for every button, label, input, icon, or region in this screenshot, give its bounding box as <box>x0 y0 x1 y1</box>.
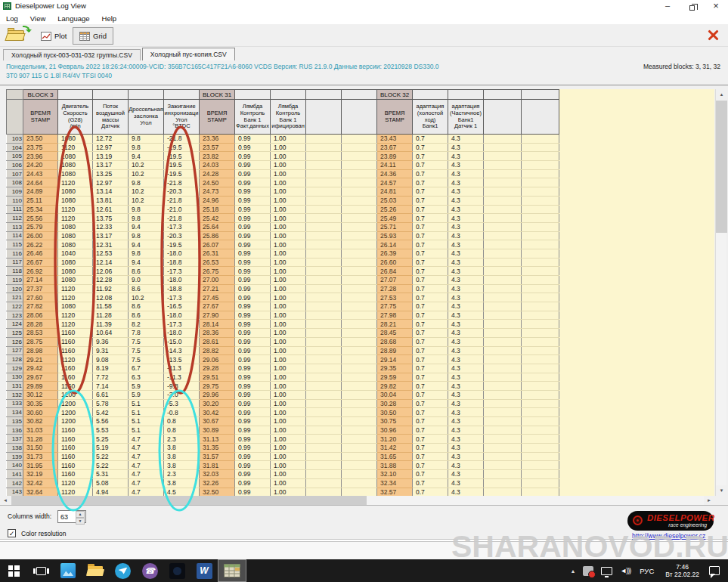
data-cell: 0.7 <box>413 284 448 293</box>
data-cell: 4.3 <box>448 399 484 408</box>
telegram-icon[interactable] <box>109 559 136 582</box>
table-row[interactable]: 10924.89108013.1410.2-20.324.730.991.002… <box>7 187 559 197</box>
table-row[interactable]: 13330.3512005.785.1-5.330.200.991.0030.2… <box>7 399 559 408</box>
table-row[interactable]: 11125.34112012.619.8-21.025.180.991.0025… <box>7 205 559 214</box>
scroll-left-arrow-icon[interactable]: ◄ <box>0 496 11 505</box>
red-x-icon[interactable] <box>707 29 719 41</box>
table-row[interactable]: 13831.5011605.194.73.831.350.991.0031.42… <box>7 444 559 453</box>
menu-item-view[interactable]: View <box>24 14 51 23</box>
table-row[interactable]: 11325.79108012.339.4-17.325.640.991.0025… <box>7 222 559 231</box>
table-row[interactable]: 11526.22108012.319.4-19.526.070.991.0026… <box>7 240 559 249</box>
vertical-scroll-thumb[interactable] <box>716 101 727 233</box>
word-icon[interactable]: W <box>191 559 218 582</box>
menu-item-log[interactable]: Log <box>0 14 24 23</box>
log-view-app-icon[interactable] <box>218 559 246 582</box>
data-cell <box>522 337 559 346</box>
viber-icon[interactable]: ☎ <box>136 559 163 582</box>
horizontal-scroll-thumb[interactable] <box>11 496 367 505</box>
spinner-down-icon[interactable]: ▼ <box>76 518 85 525</box>
table-row[interactable]: 11927.14108012.289.0-18.027.000.991.0027… <box>7 276 559 285</box>
table-row[interactable]: 12929.4211608.196.7-11.329.280.991.0029.… <box>7 364 559 373</box>
table-row[interactable]: 11426.00108013.179.8-20.325.860.991.0025… <box>7 231 559 240</box>
table-row[interactable]: 13731.2811605.254.72.331.130.991.0031.20… <box>7 435 559 444</box>
color-resolution-checkbox[interactable]: ✓ <box>8 529 16 537</box>
table-row[interactable]: 10323.50108012.729.8-21.823.360.991.0023… <box>7 135 559 144</box>
data-cell: 1.00 <box>271 364 306 373</box>
columns-width-spinner[interactable]: 63 ▲ ▼ <box>57 510 86 523</box>
table-row[interactable]: 14232.4211205.084.73.832.260.991.0032.34… <box>7 478 559 488</box>
dark-app-icon[interactable] <box>163 559 191 582</box>
plot-button[interactable]: Plot <box>35 27 73 45</box>
column-header-cell: Дроссельная заслонка Угол <box>129 100 164 135</box>
task-view-icon[interactable] <box>27 559 54 582</box>
start-icon[interactable] <box>0 559 27 582</box>
table-row[interactable]: 12628.7511609.367.5-15.028.610.991.0028.… <box>7 337 559 346</box>
table-row[interactable]: 11025.11108013.8110.2-21.824.960.991.002… <box>7 196 559 205</box>
tab-0[interactable]: Холодный пуск-003-031-032 группы.CSV <box>3 49 141 60</box>
data-cell <box>522 152 559 161</box>
menu-item-help[interactable]: Help <box>96 14 123 23</box>
minimize-button[interactable]: – <box>655 0 680 12</box>
table-row[interactable]: 11225.56112013.759.8-21.825.420.991.0025… <box>7 214 559 223</box>
scroll-right-arrow-icon[interactable]: ► <box>704 496 714 505</box>
clock[interactable]: 7:46 Вт 22.02.22 <box>665 563 699 578</box>
table-row[interactable]: 11626.46104012.539.8-18.026.310.991.0026… <box>7 249 559 258</box>
data-cell: 30.42 <box>200 408 235 417</box>
data-cell: 0.99 <box>235 435 271 444</box>
open-file-button[interactable] <box>6 26 29 45</box>
table-row[interactable]: 13430.6012005.425.1-0.830.420.991.0030.5… <box>7 408 559 417</box>
table-row[interactable]: 12328.06112011.288.6-18.027.900.991.0027… <box>7 311 559 320</box>
data-cell <box>522 258 559 267</box>
table-row[interactable]: 12428.28112011.398.2-17.328.140.991.0028… <box>7 320 559 329</box>
table-row[interactable]: 13129.8911607.145.9-9.829.750.991.0029.8… <box>7 382 559 391</box>
table-row[interactable]: 13931.7311605.224.73.831.570.991.0031.65… <box>7 452 559 461</box>
table-row[interactable]: 11826.92108012.068.6-17.326.750.991.0026… <box>7 267 559 276</box>
table-row[interactable]: 10724.43108013.2510.2-19.524.280.991.002… <box>7 169 559 178</box>
table-row[interactable]: 14031.9511605.224.73.831.810.991.0031.88… <box>7 461 559 470</box>
table-row[interactable]: 13029.6711607.726.3-11.329.510.991.0029.… <box>7 373 559 382</box>
menu-bar: LogViewLanguageHelp <box>0 12 728 24</box>
spinner-up-icon[interactable]: ▲ <box>76 511 85 518</box>
tab-1[interactable]: Холодный пус-копия.CSV <box>142 48 235 60</box>
data-cell: 1200 <box>58 408 93 417</box>
table-row[interactable]: 14132.1911605.314.72.332.030.991.0032.10… <box>7 470 559 479</box>
tray-app-badge-icon[interactable] <box>583 566 593 576</box>
restore-button[interactable] <box>680 0 704 12</box>
file-explorer-icon[interactable] <box>82 559 109 582</box>
table-row[interactable]: 10523.96108013.199.4-19.523.820.991.0023… <box>7 152 559 161</box>
table-row[interactable]: 13631.0311605.535.10.830.890.991.0030.96… <box>7 426 559 435</box>
data-cell: 1.00 <box>271 258 306 267</box>
table-row[interactable]: 11726.67108012.149.4-18.826.530.991.0026… <box>7 258 559 267</box>
table-row[interactable]: 10824.64112012.979.8-21.824.500.991.0024… <box>7 178 559 187</box>
table-row[interactable]: 10624.20108013.1710.2-19.524.030.991.002… <box>7 161 559 170</box>
vertical-scrollbar[interactable]: ▲ ▼ <box>715 89 726 496</box>
horizontal-scrollbar[interactable]: ◄ ► <box>0 496 714 505</box>
table-row[interactable]: 12728.9811609.317.5-14.328.820.991.0028.… <box>7 346 559 355</box>
table-row[interactable]: 13230.1212006.615.9-3.029.960.991.0030.0… <box>7 390 559 399</box>
volume-icon[interactable]: ◄))) <box>620 567 630 574</box>
language-indicator[interactable]: РУС <box>640 567 654 575</box>
scroll-up-arrow-icon[interactable]: ▲ <box>716 89 727 100</box>
table-row[interactable]: 14332.6411204.944.74.532.500.991.0032.57… <box>7 488 559 497</box>
menu-item-language[interactable]: Language <box>51 14 95 23</box>
table-row[interactable]: 10423.75112012.979.8-19.523.570.991.0023… <box>7 143 559 152</box>
block-label-cell <box>235 90 271 100</box>
table-row[interactable]: 12127.60112012.0810.2-17.327.450.991.002… <box>7 293 559 302</box>
photos-icon[interactable] <box>54 559 82 582</box>
hidden-icons-chevron-icon[interactable]: ▲ <box>570 568 575 574</box>
table-row[interactable]: 12227.82108011.588.6-16.527.670.991.0027… <box>7 302 559 311</box>
table-row[interactable]: 12027.37112011.928.6-18.827.210.991.0027… <box>7 284 559 293</box>
close-button[interactable]: × <box>704 0 728 12</box>
data-cell: 0.7 <box>413 408 448 417</box>
action-center-icon[interactable] <box>709 566 720 575</box>
scroll-down-arrow-icon[interactable]: ▼ <box>716 485 727 496</box>
dieselpower-link[interactable]: http://www.dieselpower.cz <box>632 532 705 540</box>
table-row[interactable]: 12829.2111209.087.5-13.529.060.991.0029.… <box>7 355 559 364</box>
data-cell: 1080 <box>58 196 93 205</box>
table-row[interactable]: 12528.53116010.647.8-18.028.360.991.0028… <box>7 329 559 338</box>
data-cell: 0.7 <box>413 337 448 346</box>
data-cell: 7.72 <box>93 373 129 382</box>
grid-button[interactable]: Grid <box>73 27 113 45</box>
network-display-icon[interactable] <box>601 567 612 575</box>
table-row[interactable]: 13530.8212005.565.10.830.670.991.0030.75… <box>7 417 559 426</box>
